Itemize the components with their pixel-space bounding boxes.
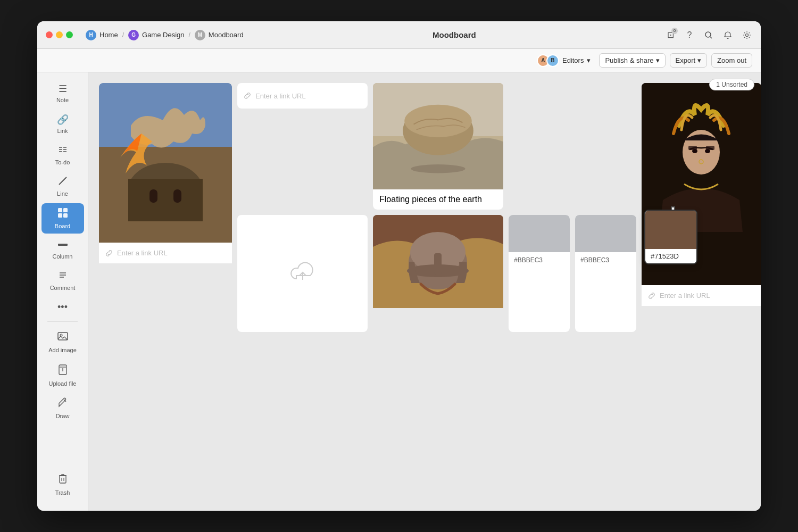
device-badge: 0 bbox=[671, 28, 678, 34]
color-tooltip: #71523D bbox=[644, 210, 697, 264]
link-icon-earth bbox=[244, 92, 251, 99]
breadcrumb: H Home / G Game Design / M Moodboard bbox=[86, 30, 244, 40]
help-icon[interactable]: ? bbox=[684, 30, 695, 40]
editors-button[interactable]: A B Editors ▾ bbox=[533, 52, 595, 69]
sidebar-item-todo[interactable]: To-do bbox=[41, 140, 84, 170]
bell-icon[interactable] bbox=[722, 30, 733, 40]
export-chevron: ▾ bbox=[697, 56, 701, 64]
sidebar-item-line[interactable]: Line bbox=[41, 172, 84, 201]
breadcrumb-mood-label: Moodboard bbox=[209, 31, 244, 39]
publish-label: Publish & share bbox=[605, 56, 653, 64]
titlebar-right: ⊡ 0 ? bbox=[665, 30, 752, 40]
breadcrumb-sep-1: / bbox=[122, 31, 124, 39]
board-icon bbox=[57, 207, 68, 221]
card-warrior: Enter a link URL bbox=[642, 83, 761, 332]
home-icon: H bbox=[86, 30, 96, 40]
sidebar-board-label: Board bbox=[55, 223, 70, 229]
publish-share-button[interactable]: Publish & share ▾ bbox=[599, 53, 665, 68]
zoom-out-button[interactable]: Zoom out bbox=[711, 53, 752, 68]
card-dragon: Enter a link URL bbox=[99, 83, 232, 332]
svg-rect-42 bbox=[434, 253, 442, 275]
settings-icon[interactable] bbox=[742, 30, 752, 40]
sidebar-item-draw[interactable]: Draw bbox=[41, 393, 84, 423]
column-icon bbox=[58, 240, 68, 251]
upload-icon bbox=[57, 364, 68, 378]
line-icon bbox=[58, 176, 68, 188]
export-button[interactable]: Export ▾ bbox=[670, 53, 708, 68]
unsorted-badge: 1 Unsorted bbox=[709, 79, 754, 90]
svg-point-2 bbox=[746, 34, 749, 36]
svg-point-54 bbox=[705, 149, 710, 153]
sidebar-item-trash[interactable]: Trash bbox=[41, 469, 84, 500]
page-title: Moodboard bbox=[433, 30, 476, 39]
sidebar-addimage-label: Add image bbox=[48, 347, 77, 353]
svg-point-0 bbox=[705, 32, 711, 37]
svg-rect-11 bbox=[63, 208, 68, 212]
draw-icon bbox=[57, 397, 68, 411]
sidebar-todo-label: To-do bbox=[55, 159, 70, 165]
sidebar-item-link[interactable]: 🔗 Link bbox=[41, 110, 84, 138]
maximize-button[interactable] bbox=[66, 31, 73, 38]
sidebar-trash-label: Trash bbox=[55, 489, 70, 496]
sidebar-item-more[interactable]: ••• bbox=[41, 297, 84, 317]
minimize-button[interactable] bbox=[56, 31, 63, 38]
sidebar-item-board[interactable]: Board bbox=[41, 203, 84, 234]
svg-rect-13 bbox=[63, 213, 68, 218]
sidebar-item-column[interactable]: Column bbox=[41, 236, 84, 264]
search-icon[interactable] bbox=[703, 30, 714, 40]
zoom-label: Zoom out bbox=[717, 56, 746, 64]
svg-rect-28 bbox=[128, 179, 203, 221]
sidebar-item-add-image[interactable]: Add image bbox=[41, 326, 84, 358]
sidebar-item-upload[interactable]: Upload file bbox=[41, 360, 84, 391]
earth-caption-text: Floating pieces of the earth bbox=[379, 195, 482, 204]
todo-icon bbox=[58, 145, 68, 157]
card-link-earth[interactable]: Enter a link URL bbox=[237, 83, 368, 109]
titlebar: H Home / G Game Design / M Moodboard Moo… bbox=[37, 21, 761, 49]
sidebar-column-label: Column bbox=[53, 253, 73, 260]
sidebar-comment-label: Comment bbox=[50, 285, 76, 291]
avatar-2: B bbox=[546, 54, 559, 67]
sidebar: ☰ Note 🔗 Link To-do bbox=[37, 72, 88, 511]
breadcrumb-moodboard[interactable]: M Moodboard bbox=[195, 30, 244, 40]
swatch-3: #BBBEC3 bbox=[509, 215, 570, 332]
close-button[interactable] bbox=[46, 31, 53, 38]
svg-point-53 bbox=[692, 149, 697, 153]
breadcrumb-home[interactable]: H Home bbox=[86, 30, 118, 40]
canvas-area[interactable]: 1 Unsorted bbox=[88, 72, 761, 511]
link-input-warrior[interactable]: Enter a link URL bbox=[642, 285, 761, 306]
small-swatches: #BBBEC3 #BBBEC3 #71523D bbox=[509, 215, 636, 332]
game-icon: G bbox=[128, 30, 139, 40]
svg-line-1 bbox=[710, 37, 712, 38]
earth-caption: Floating pieces of the earth bbox=[373, 189, 503, 210]
link-input-dragon[interactable]: Enter a link URL bbox=[99, 243, 232, 263]
breadcrumb-game-label: Game Design bbox=[142, 31, 184, 39]
svg-rect-22 bbox=[60, 476, 66, 483]
editors-label: Editors bbox=[562, 56, 584, 64]
svg-point-47 bbox=[411, 164, 465, 173]
color-tooltip-label: #71523D bbox=[645, 249, 696, 263]
more-icon: ••• bbox=[57, 302, 68, 313]
device-icon[interactable]: ⊡ 0 bbox=[665, 30, 676, 40]
swatch-4: #BBBEC3 bbox=[575, 215, 636, 332]
add-image-icon bbox=[57, 330, 69, 345]
sidebar-item-comment[interactable]: Comment bbox=[41, 266, 84, 295]
breadcrumb-game-design[interactable]: G Game Design bbox=[128, 30, 184, 40]
traffic-lights bbox=[46, 31, 73, 38]
svg-rect-14 bbox=[58, 244, 68, 246]
card-earth: Floating pieces of the earth bbox=[373, 83, 503, 210]
svg-line-9 bbox=[59, 177, 66, 185]
moodboard-grid: Enter a link URL bbox=[99, 83, 750, 337]
top-toolbar: A B Editors ▾ Publish & share ▾ Export ▾… bbox=[37, 49, 761, 72]
dragon-image bbox=[99, 83, 232, 243]
upload-cloud-icon-2 bbox=[290, 261, 315, 286]
upload-placeholder-2[interactable] bbox=[237, 215, 368, 332]
helmet-image bbox=[373, 215, 503, 308]
sidebar-item-note[interactable]: ☰ Note bbox=[41, 79, 84, 107]
editors-avatars: A B bbox=[537, 54, 559, 67]
export-label: Export bbox=[676, 56, 696, 64]
note-icon: ☰ bbox=[59, 83, 67, 95]
svg-rect-30 bbox=[173, 189, 181, 203]
publish-chevron: ▾ bbox=[656, 56, 660, 64]
main-area: ☰ Note 🔗 Link To-do bbox=[37, 72, 761, 511]
svg-point-46 bbox=[404, 105, 472, 137]
